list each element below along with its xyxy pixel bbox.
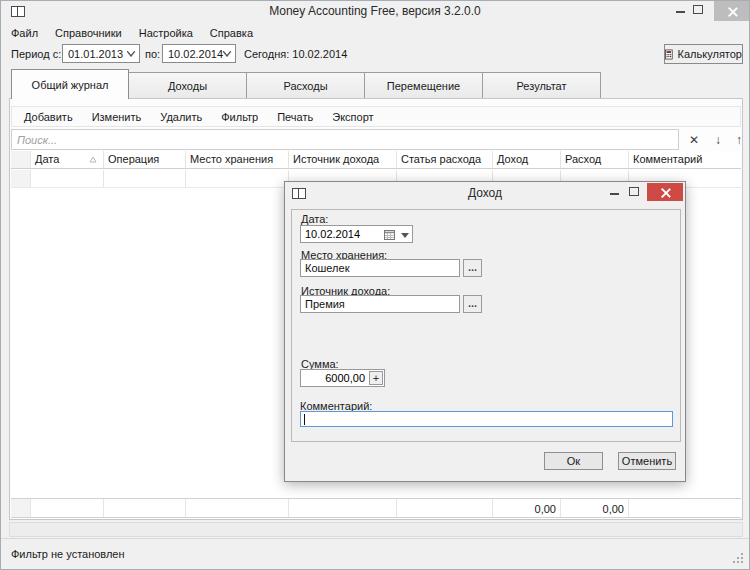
storage-browse-button[interactable]: ... [463, 259, 482, 277]
income-dialog: Доход Дата: Место хранения: ... Источник [284, 181, 686, 482]
tab-label: Перемещение [387, 80, 460, 92]
period-from-value: 01.01.2013 [68, 48, 123, 60]
header-operation[interactable]: Операция [104, 151, 186, 168]
date-picker[interactable] [300, 225, 413, 243]
action-delete[interactable]: Удалить [158, 111, 213, 123]
period-to-combo[interactable]: 10.02.2014 [162, 44, 236, 63]
header-label: Операция [108, 153, 159, 165]
comment-input[interactable] [300, 411, 673, 427]
dialog-close-x-glyph [661, 188, 670, 197]
period-from-combo[interactable]: 01.01.2013 [62, 44, 140, 63]
dialog-minimize-icon[interactable] [610, 193, 619, 195]
period-from-label: Период с: [11, 48, 61, 60]
arrow-down-icon[interactable]: ↓ [709, 131, 727, 148]
title-bar: Money Accounting Free, версия 3.2.0.0 [1, 1, 749, 23]
period-to-value: 10.02.2014 [168, 48, 223, 60]
dialog-title: Доход [285, 186, 685, 200]
tab-transfer[interactable]: Перемещение [365, 72, 483, 99]
minimize-icon[interactable] [676, 11, 685, 13]
resize-grip-icon[interactable] [733, 553, 744, 564]
dialog-fields-panel: Дата: Место хранения: ... Источник доход… [291, 209, 681, 442]
header-label: Статья расхода [401, 153, 481, 165]
tab-label: Доходы [168, 80, 207, 92]
dialog-title-bar: Доход [285, 182, 685, 204]
amount-field[interactable]: + [300, 369, 385, 387]
today-label: Сегодня: 10.02.2014 [244, 48, 347, 60]
date-label: Дата: [301, 213, 328, 225]
status-bar: Фильтр не установлен [1, 538, 749, 570]
tab-label: Результат [516, 80, 566, 92]
totals-row: 0,00 0,00 [11, 498, 741, 518]
menu-directories[interactable]: Справочники [55, 27, 122, 39]
calculator-icon [665, 48, 673, 61]
menu-help[interactable]: Справка [210, 27, 253, 39]
window-title: Money Accounting Free, версия 3.2.0.0 [1, 4, 749, 18]
totals-cell [104, 499, 186, 517]
ok-button[interactable]: Ок [544, 452, 603, 470]
action-edit[interactable]: Изменить [90, 111, 153, 123]
totals-cell [31, 499, 104, 517]
chevron-down-icon [127, 51, 135, 57]
tab-strip: Общий журнал Доходы Расходы Перемещение … [11, 69, 601, 99]
calculator-button[interactable]: Калькулятор [664, 44, 743, 64]
row-cell [104, 170, 186, 187]
dialog-close-icon[interactable] [647, 183, 683, 201]
amount-input[interactable] [301, 370, 367, 386]
total-expense: 0,00 [561, 499, 629, 517]
sort-ascending-icon [89, 156, 97, 163]
source-input[interactable] [300, 295, 460, 313]
tab-incomes[interactable]: Доходы [129, 72, 247, 99]
totals-cell [289, 499, 397, 517]
action-filter[interactable]: Фильтр [219, 111, 269, 123]
chevron-down-icon [401, 233, 409, 238]
close-icon[interactable] [714, 1, 750, 21]
header-expense[interactable]: Расход [561, 151, 629, 168]
header-label: Место хранения [190, 153, 273, 165]
header-date[interactable]: Дата [31, 151, 104, 168]
action-export[interactable]: Экспорт [330, 111, 384, 123]
row-cell [186, 170, 289, 187]
header-income[interactable]: Доход [493, 151, 561, 168]
action-print[interactable]: Печать [275, 111, 324, 123]
total-income: 0,00 [493, 499, 561, 517]
tab-general-journal[interactable]: Общий журнал [11, 69, 129, 99]
arrow-up-icon[interactable]: ↑ [730, 131, 748, 148]
period-to-label: по: [145, 48, 160, 60]
clear-search-icon[interactable]: ✕ [685, 131, 703, 148]
row-selector-cell [11, 170, 31, 187]
header-label: Расход [565, 153, 601, 165]
search-input[interactable] [11, 129, 679, 150]
date-input[interactable] [301, 226, 376, 242]
tab-label: Расходы [283, 80, 327, 92]
source-browse-button[interactable]: ... [463, 295, 482, 313]
menu-settings[interactable]: Настройка [139, 27, 193, 39]
maximize-icon[interactable] [693, 5, 703, 14]
tab-label: Общий журнал [32, 79, 109, 91]
header-label: Доход [497, 153, 528, 165]
bottom-panel [9, 522, 743, 537]
dialog-maximize-icon[interactable] [629, 187, 639, 196]
menu-file[interactable]: Файл [11, 27, 38, 39]
header-label: Комментарий [633, 153, 702, 165]
amount-spin-button[interactable]: + [369, 371, 383, 385]
totals-selector-cell [11, 499, 31, 517]
close-x-glyph [728, 7, 737, 16]
calendar-icon [384, 229, 395, 240]
header-comment[interactable]: Комментарий [629, 151, 741, 168]
action-strip: Добавить Изменить Удалить Фильтр Печать … [11, 106, 741, 127]
chevron-down-icon [223, 51, 231, 57]
cancel-button[interactable]: Отменить [618, 452, 676, 470]
totals-cell [629, 499, 741, 517]
storage-input[interactable] [300, 259, 460, 277]
row-cell [31, 170, 104, 187]
status-text: Фильтр не установлен [11, 548, 125, 560]
text-caret [304, 414, 305, 425]
header-storage[interactable]: Место хранения [186, 151, 289, 168]
action-add[interactable]: Добавить [22, 111, 84, 123]
tab-expenses[interactable]: Расходы [247, 72, 365, 99]
header-expense-item[interactable]: Статья расхода [397, 151, 493, 168]
menu-bar: Файл Справочники Настройка Справка [1, 24, 749, 41]
header-income-source[interactable]: Источник дохода [289, 151, 397, 168]
tab-result[interactable]: Результат [483, 72, 601, 99]
totals-cell [186, 499, 289, 517]
